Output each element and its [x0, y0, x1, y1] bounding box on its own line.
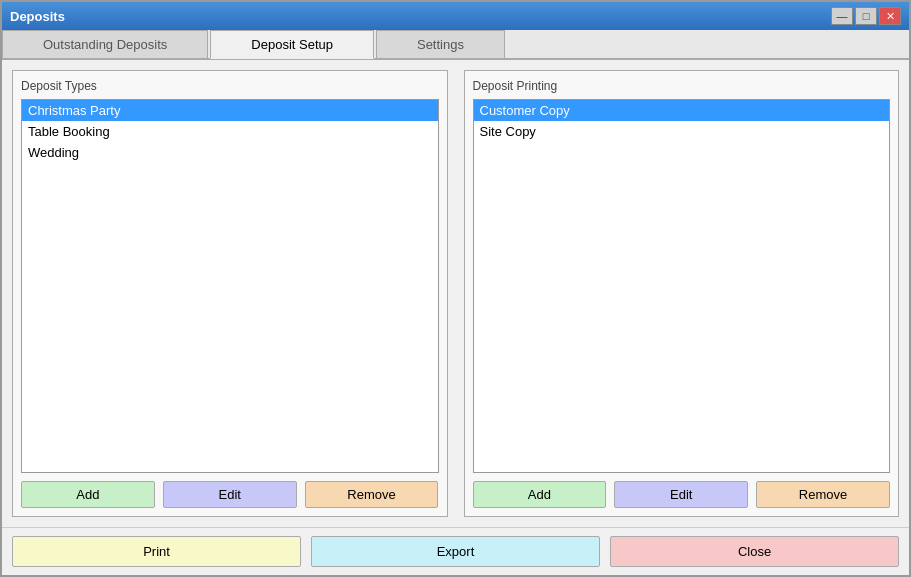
print-button[interactable]: Print	[12, 536, 301, 567]
deposit-types-add-button[interactable]: Add	[21, 481, 155, 508]
tab-outstanding-deposits[interactable]: Outstanding Deposits	[2, 30, 208, 58]
deposit-printing-remove-button[interactable]: Remove	[756, 481, 890, 508]
window-title: Deposits	[10, 9, 65, 24]
list-item[interactable]: Wedding	[22, 142, 438, 163]
deposit-printing-title: Deposit Printing	[473, 79, 891, 93]
deposit-printing-buttons: Add Edit Remove	[473, 481, 891, 508]
title-bar: Deposits — □ ✕	[2, 2, 909, 30]
window-controls: — □ ✕	[831, 7, 901, 25]
close-window-button[interactable]: ✕	[879, 7, 901, 25]
deposit-printing-edit-button[interactable]: Edit	[614, 481, 748, 508]
list-item[interactable]: Table Booking	[22, 121, 438, 142]
tab-deposit-setup[interactable]: Deposit Setup	[210, 30, 374, 59]
maximize-button[interactable]: □	[855, 7, 877, 25]
tab-settings[interactable]: Settings	[376, 30, 505, 58]
deposit-types-panel: Deposit Types Christmas Party Table Book…	[12, 70, 448, 517]
deposit-printing-panel: Deposit Printing Customer Copy Site Copy…	[464, 70, 900, 517]
bottom-bar: Print Export Close	[2, 527, 909, 575]
tab-bar: Outstanding Deposits Deposit Setup Setti…	[2, 30, 909, 60]
deposit-printing-add-button[interactable]: Add	[473, 481, 607, 508]
list-item[interactable]: Site Copy	[474, 121, 890, 142]
minimize-button[interactable]: —	[831, 7, 853, 25]
deposit-types-buttons: Add Edit Remove	[21, 481, 439, 508]
deposit-printing-list[interactable]: Customer Copy Site Copy	[473, 99, 891, 473]
main-content: Deposit Types Christmas Party Table Book…	[2, 60, 909, 527]
deposit-types-edit-button[interactable]: Edit	[163, 481, 297, 508]
close-button[interactable]: Close	[610, 536, 899, 567]
export-button[interactable]: Export	[311, 536, 600, 567]
deposit-types-remove-button[interactable]: Remove	[305, 481, 439, 508]
deposits-window: Deposits — □ ✕ Outstanding Deposits Depo…	[0, 0, 911, 577]
deposit-types-title: Deposit Types	[21, 79, 439, 93]
list-item[interactable]: Christmas Party	[22, 100, 438, 121]
list-item[interactable]: Customer Copy	[474, 100, 890, 121]
deposit-types-list[interactable]: Christmas Party Table Booking Wedding	[21, 99, 439, 473]
